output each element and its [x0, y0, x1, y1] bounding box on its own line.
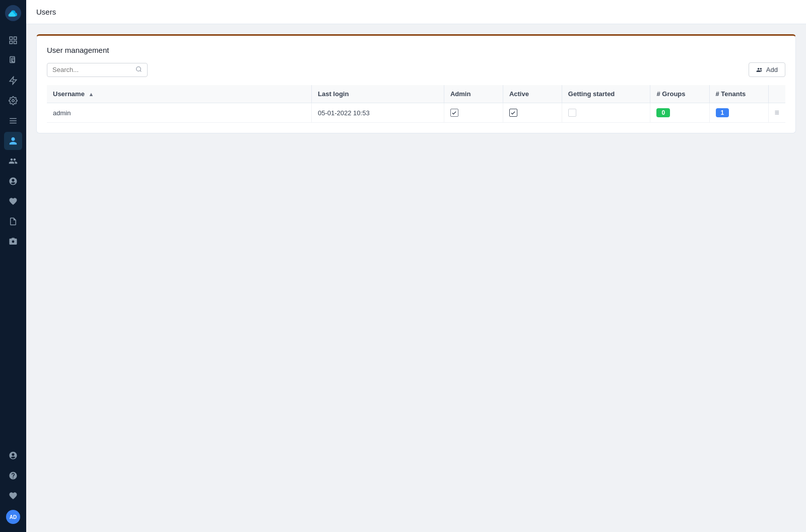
tenants-badge[interactable]: 1: [716, 108, 729, 117]
sidebar-item-groups[interactable]: [4, 152, 22, 170]
sidebar-item-status[interactable]: [4, 487, 22, 505]
toolbar-row: Add: [47, 62, 785, 77]
col-username[interactable]: Username ▲: [47, 85, 311, 103]
cell-getting-started: [562, 103, 650, 123]
sidebar-item-health[interactable]: [4, 192, 22, 210]
row-menu-icon[interactable]: ≡: [775, 108, 779, 117]
sort-arrow-username: ▲: [89, 91, 94, 97]
cell-num-groups: 0: [650, 103, 709, 123]
sidebar: AD: [0, 0, 26, 532]
sidebar-item-config[interactable]: [4, 112, 22, 130]
users-table: Username ▲ Last login Admin Active: [47, 85, 785, 123]
app-logo[interactable]: [4, 4, 22, 22]
svg-rect-4: [14, 41, 17, 44]
table-header-row: Username ▲ Last login Admin Active: [47, 85, 785, 103]
svg-rect-2: [14, 37, 17, 39]
col-username-label: Username: [53, 90, 85, 98]
add-button-label: Add: [766, 66, 778, 73]
svg-point-11: [137, 66, 141, 71]
sidebar-item-help[interactable]: [4, 467, 22, 485]
user-management-card: User management Add: [36, 34, 796, 133]
svg-rect-1: [10, 37, 12, 39]
cell-active: [503, 103, 562, 123]
admin-checkbox[interactable]: [450, 109, 458, 117]
col-admin-label: Admin: [450, 90, 471, 98]
svg-rect-3: [10, 41, 12, 44]
getting-started-checkbox[interactable]: [568, 109, 576, 117]
col-active-label: Active: [509, 90, 529, 98]
search-icon: [136, 66, 142, 74]
cell-username: admin: [47, 103, 311, 123]
sidebar-item-users[interactable]: [4, 132, 22, 150]
main-content: Users User management Add: [26, 0, 806, 532]
sidebar-item-snapshots[interactable]: [4, 233, 22, 251]
sidebar-item-dashboard[interactable]: [4, 31, 22, 49]
sidebar-item-pipelines[interactable]: [4, 71, 22, 90]
svg-line-12: [140, 70, 141, 71]
col-num-tenants[interactable]: # Tenants: [709, 85, 768, 103]
col-num-tenants-label: # Tenants: [716, 90, 746, 98]
table-row: admin 05-01-2022 10:53: [47, 103, 785, 123]
sidebar-item-documents[interactable]: [4, 51, 22, 69]
svg-point-7: [12, 100, 15, 102]
page-area: User management Add: [26, 24, 806, 532]
page-title: Users: [36, 8, 56, 16]
search-box[interactable]: [47, 63, 148, 77]
cell-row-menu: ≡: [768, 103, 785, 123]
col-active[interactable]: Active: [503, 85, 562, 103]
cell-last-login: 05-01-2022 10:53: [311, 103, 444, 123]
sidebar-item-reports[interactable]: [4, 212, 22, 231]
col-num-groups-label: # Groups: [656, 90, 685, 98]
col-last-login-label: Last login: [318, 90, 349, 98]
add-button[interactable]: Add: [749, 62, 785, 77]
groups-badge[interactable]: 0: [656, 108, 670, 117]
sidebar-item-profile[interactable]: [4, 446, 22, 465]
card-title: User management: [47, 46, 785, 54]
user-avatar: AD: [6, 510, 20, 524]
search-input[interactable]: [52, 66, 133, 73]
active-checkbox[interactable]: [509, 109, 517, 117]
user-avatar-container[interactable]: AD: [6, 510, 20, 524]
col-actions: [768, 85, 785, 103]
sidebar-item-contacts[interactable]: [4, 172, 22, 190]
cell-num-tenants: 1: [709, 103, 768, 123]
sidebar-item-settings-gear[interactable]: [4, 92, 22, 110]
col-num-groups[interactable]: # Groups: [650, 85, 709, 103]
col-getting-started-label: Getting started: [568, 90, 615, 98]
topbar: Users: [26, 0, 806, 24]
table-body: admin 05-01-2022 10:53: [47, 103, 785, 123]
col-last-login[interactable]: Last login: [311, 85, 444, 103]
cell-admin: [444, 103, 503, 123]
col-admin[interactable]: Admin: [444, 85, 503, 103]
col-getting-started[interactable]: Getting started: [562, 85, 650, 103]
table-header: Username ▲ Last login Admin Active: [47, 85, 785, 103]
